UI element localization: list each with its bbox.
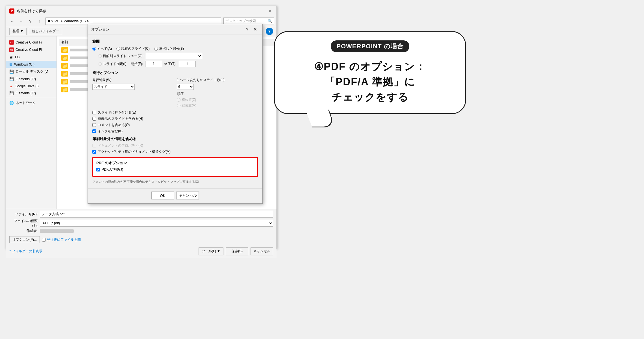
sidebar-item-cc2[interactable]: Cc Creative Cloud Fil	[6, 46, 56, 53]
publish-after-check[interactable]: 発行後にファイルを開	[42, 237, 81, 242]
sidebar-item-elements-f[interactable]: 💾 Elements (F:)	[6, 75, 56, 82]
author-value	[40, 229, 74, 233]
forward-button[interactable]: →	[17, 18, 25, 25]
folder-icon-3: 📁	[61, 63, 68, 69]
folder-toggle[interactable]: ^ フォルダーの非表示	[9, 249, 42, 254]
sidebar-label-windows: Windows (C:)	[14, 62, 34, 66]
publish-after-checkbox[interactable]	[42, 238, 46, 242]
vertical-radio-label[interactable]: 縦位置(V)	[177, 103, 258, 108]
sidebar-item-network[interactable]: 🌐 ネットワーク	[6, 99, 56, 107]
sidebar-label-cc1: Creative Cloud Fil	[16, 40, 42, 44]
doc-props-row: ドキュメントのプロパティ(R)	[92, 143, 258, 148]
windows-icon: ⊞	[9, 62, 12, 66]
options-dialog: オプション ? ✕ 範囲 すべて(A) 現在のスライド(C) 選択した部分(S)	[88, 24, 263, 204]
vertical-radio	[177, 104, 180, 107]
folder-icon-6: 📁	[61, 87, 68, 92]
options-close-button[interactable]: ✕	[251, 26, 259, 33]
horizontal-radio-label[interactable]: 横位置(Z)	[177, 97, 258, 102]
pub-target-select[interactable]: スライド	[92, 84, 135, 90]
cancel-button[interactable]: キャンセル	[251, 247, 273, 255]
end-input[interactable]	[179, 61, 196, 67]
dropdown-button[interactable]: ∨	[26, 18, 34, 25]
pc-icon: 🖥	[9, 55, 13, 59]
network-icon: 🌐	[9, 101, 14, 105]
file-info-bar: ファイル名(N): ファイルの種類(T): PDF (*.pdf) 作成者:	[6, 209, 277, 235]
folder-toggle-label: ^ フォルダーの非表示	[9, 249, 42, 254]
ink-checkbox[interactable]	[92, 129, 96, 133]
tools-button[interactable]: ツール(L) ▼	[199, 247, 223, 255]
bubble-text: ④PDF のオプション： 「PDF/A 準拠」に チェックをする	[286, 59, 454, 105]
sidebar-item-elements-f2[interactable]: 💾 Elements (F:)	[6, 90, 56, 97]
dialog-buttons: OK キャンセル	[88, 188, 262, 203]
speech-bubble: POWERPOINT の場合 ④PDF のオプション： 「PDF/A 準拠」に …	[274, 31, 466, 114]
sidebar-item-gdrive[interactable]: ▲ Google Drive (G	[6, 82, 56, 90]
hidden-slides-checkbox[interactable]	[92, 117, 96, 121]
slide-range-radio-label[interactable]: スライド指定(I)	[98, 62, 126, 66]
selection-radio[interactable]	[154, 47, 158, 51]
range-row-1: すべて(A) 現在のスライド(C) 選択した部分(S)	[92, 46, 258, 51]
frame-slides-checkbox[interactable]	[92, 111, 96, 114]
filetype-select[interactable]: PDF (*.pdf)	[40, 220, 273, 227]
current-slide-radio[interactable]	[116, 47, 120, 51]
all-radio-label[interactable]: すべて(A)	[92, 46, 112, 51]
sidebar-label-elements: Elements (F:)	[16, 77, 36, 81]
sidebar-item-local-d[interactable]: 💾 ローカル ディスク (D	[6, 68, 56, 75]
hidden-slides-label: 非表示のスライドを含める(H)	[98, 116, 143, 121]
all-radio[interactable]	[92, 47, 96, 51]
pdfa-checkbox[interactable]	[96, 168, 100, 171]
disk-icon-3: 💾	[9, 91, 14, 95]
custom-show-select[interactable]	[146, 53, 202, 59]
slides-per-page-select[interactable]: 6	[177, 84, 194, 90]
up-button[interactable]: ↑	[35, 18, 43, 25]
sidebar-item-cc1[interactable]: Cc Creative Cloud Fil	[6, 39, 56, 46]
breadcrumb[interactable]: ■ > PC > Windows (C:) > ...	[45, 18, 221, 25]
current-slide-radio-label[interactable]: 現在のスライド(C)	[116, 46, 150, 51]
ok-button[interactable]: OK	[151, 192, 174, 199]
bubble-title: POWERPOINT の場合	[331, 40, 409, 52]
drive-icon: ▲	[9, 84, 13, 88]
search-bar[interactable]: デスクトップの検索 🔍	[223, 18, 274, 25]
ink-row: インクを含む(K)	[92, 129, 258, 134]
sidebar-item-pc[interactable]: 🖥 PC	[6, 53, 56, 61]
filename-label: ファイル名(N):	[9, 212, 38, 217]
help-button[interactable]: ?	[266, 28, 273, 35]
cc-icon-2: Cc	[9, 47, 14, 52]
annotation-line3: チェックをする	[332, 91, 409, 103]
pdf-options-label: PDF のオプション	[96, 160, 254, 166]
custom-show-radio-label[interactable]: 目的別スライド ショー(O):	[98, 54, 143, 58]
new-folder-button[interactable]: 新しいフォルダー	[29, 28, 62, 35]
slides-per-page-label: 1 ページあたりのスライド数(L):	[177, 78, 258, 82]
save-button[interactable]: 保存(S)	[226, 247, 248, 255]
horizontal-radio	[177, 98, 180, 102]
name-column-header: 名前	[61, 40, 68, 45]
filename-input[interactable]	[40, 211, 273, 218]
organize-button[interactable]: 整理 ▼	[9, 28, 27, 35]
cc-icon: Cc	[9, 40, 14, 45]
sidebar-label-local: ローカル ディスク (D	[16, 69, 48, 74]
close-button[interactable]: ✕	[267, 8, 273, 14]
filename-row: ファイル名(N):	[9, 211, 273, 218]
comments-checkbox[interactable]	[92, 123, 96, 127]
options-button[interactable]: オプション(P)...	[9, 236, 40, 243]
title-bar: P 名前を付けて保存 ✕	[6, 6, 277, 16]
custom-show-radio	[98, 54, 102, 58]
range-label: 範囲	[92, 39, 258, 44]
selection-radio-label[interactable]: 選択した部分(S)	[154, 46, 184, 51]
sidebar: Cc Creative Cloud Fil Cc Creative Cloud …	[6, 36, 57, 209]
back-button[interactable]: ←	[8, 18, 16, 25]
annotation-line2: 「PDF/A 準拠」に	[325, 76, 415, 88]
sidebar-item-windows-c[interactable]: ⊞ Windows (C:)	[6, 61, 56, 68]
sidebar-label-elements2: Elements (F:)	[16, 91, 36, 95]
sidebar-label-gdrive: Google Drive (G	[15, 84, 39, 88]
doc-tags-row: アクセシビリティ用のドキュメント構造タグ(M)	[92, 149, 258, 154]
dialog-cancel-button[interactable]: キャンセル	[176, 192, 199, 199]
start-input[interactable]	[145, 61, 162, 67]
range-section: 範囲 すべて(A) 現在のスライド(C) 選択した部分(S) 目	[92, 39, 258, 67]
doc-tags-checkbox[interactable]	[92, 150, 96, 154]
author-row: 作成者:	[9, 229, 273, 233]
publish-after-label: 発行後にファイルを開	[47, 237, 81, 242]
options-help-button[interactable]: ?	[243, 26, 251, 33]
horizontal-label: 横位置(Z)	[182, 97, 196, 102]
search-placeholder: デスクトップの検索	[225, 19, 267, 23]
comments-row: コメントを含める(O)	[92, 123, 258, 127]
